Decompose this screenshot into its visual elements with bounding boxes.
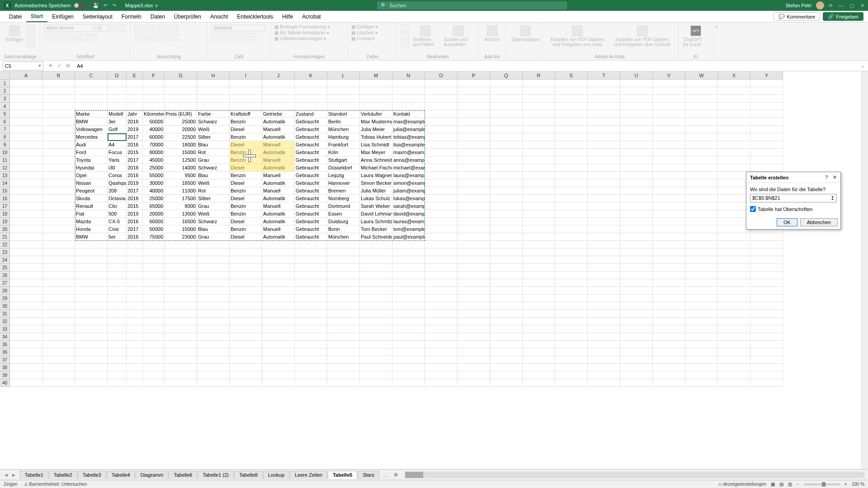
row-header-40[interactable]: 40 <box>0 379 9 387</box>
increase-font-icon[interactable] <box>109 24 117 32</box>
zoom-level[interactable]: 100 % <box>852 482 864 487</box>
row-header-32[interactable]: 32 <box>0 318 9 325</box>
col-header-O[interactable]: O <box>425 71 458 79</box>
row-header-33[interactable]: 33 <box>0 325 9 333</box>
sheet-tab-tabelle6[interactable]: Tabelle6 <box>169 471 197 479</box>
row-header-36[interactable]: 36 <box>0 348 9 356</box>
row-header-22[interactable]: 22 <box>0 241 9 249</box>
autosum-icon[interactable] <box>401 24 409 32</box>
ribbon-tab-seitenlayout[interactable]: Seitenlayout <box>78 11 117 22</box>
view-normal-icon[interactable]: ▦ <box>771 482 775 487</box>
fill-color-icon[interactable] <box>80 33 88 41</box>
row-header-15[interactable]: 15 <box>0 187 9 195</box>
minimize-icon[interactable]: — <box>838 3 843 9</box>
expand-formula-icon[interactable]: ⌄ <box>861 63 868 69</box>
row-header-26[interactable]: 26 <box>0 272 9 279</box>
sheet-tab-stars[interactable]: Stars <box>358 471 379 479</box>
ribbon-tab-entwicklertools[interactable]: Entwicklertools <box>232 11 278 22</box>
cell-styles-button[interactable]: ▦ Zellenformatvorlagen ▾ <box>274 36 326 41</box>
row-header-29[interactable]: 29 <box>0 295 9 302</box>
row-header-35[interactable]: 35 <box>0 341 9 348</box>
paste-button[interactable]: Einfügen <box>4 24 25 43</box>
row-header-10[interactable]: 10 <box>0 149 9 156</box>
sheet-tab-tabelle3[interactable]: Tabelle3 <box>78 471 106 479</box>
row-header-31[interactable]: 31 <box>0 310 9 318</box>
sheet-tab-leere-zeilen[interactable]: Leere Zeilen <box>290 471 327 479</box>
col-header-H[interactable]: H <box>197 71 230 79</box>
row-header-17[interactable]: 17 <box>0 202 9 210</box>
row-header-11[interactable]: 11 <box>0 156 9 164</box>
row-header-34[interactable]: 34 <box>0 333 9 341</box>
row-header-5[interactable]: 5 <box>0 110 9 118</box>
find-select-button[interactable]: Suchen und Auswählen <box>442 24 475 48</box>
zoom-slider[interactable] <box>804 483 840 485</box>
zoom-in-icon[interactable]: + <box>844 482 847 487</box>
dialog-close-icon[interactable]: ✕ <box>833 174 837 180</box>
horizontal-scrollbar[interactable] <box>405 472 864 478</box>
decrease-font-icon[interactable] <box>118 24 126 32</box>
bold-icon[interactable] <box>44 33 52 41</box>
row-header-13[interactable]: 13 <box>0 172 9 179</box>
user-name[interactable]: Stefan Petri <box>786 3 811 8</box>
dialog-titlebar[interactable]: Tabelle erstellen ? ✕ <box>746 172 840 183</box>
enter-formula-icon[interactable]: ✓ <box>56 63 62 69</box>
row-header-8[interactable]: 8 <box>0 133 9 141</box>
col-header-P[interactable]: P <box>458 71 490 79</box>
undo-icon[interactable]: ↶ <box>104 3 108 9</box>
col-header-C[interactable]: C <box>75 71 108 79</box>
sort-filter-button[interactable]: Sortieren und Filtern <box>411 24 440 48</box>
pdf-outlook-button[interactable]: Erstellen von PDF-Dateien und Freigeben … <box>611 24 674 48</box>
sheet-tab-tabelle8[interactable]: Tabelle8 <box>234 471 263 479</box>
ribbon-tab-ansicht[interactable]: Ansicht <box>206 11 232 22</box>
sheet-tab-tabelle2[interactable]: Tabelle2 <box>49 471 77 479</box>
row-headers[interactable]: 1234567891011121314151617181920212223242… <box>0 80 10 387</box>
cancel-button[interactable]: Abbrechen <box>800 218 838 226</box>
toggle-icon[interactable] <box>74 3 86 8</box>
col-header-V[interactable]: V <box>653 71 685 79</box>
col-header-Y[interactable]: Y <box>750 71 783 79</box>
row-header-23[interactable]: 23 <box>0 249 9 256</box>
sync-icon[interactable]: ⟳ <box>829 3 833 9</box>
name-box[interactable]: C5▾ <box>3 61 43 70</box>
delete-cells-button[interactable]: ▦ Löschen ▾ <box>351 30 377 35</box>
copy-icon[interactable] <box>27 33 35 40</box>
accessibility-status[interactable]: ⚠ Barrierefreiheit: Untersuchen <box>24 482 87 487</box>
view-page-icon[interactable]: ▤ <box>779 482 783 487</box>
row-header-39[interactable]: 39 <box>0 371 9 379</box>
cancel-formula-icon[interactable]: ✕ <box>47 63 53 69</box>
ribbon-tab-daten[interactable]: Daten <box>146 11 170 22</box>
spreadsheet-grid[interactable]: ABCDEFGHIJKLMNOPQRSTUVWXY 12345678910111… <box>0 71 868 469</box>
col-header-A[interactable]: A <box>10 71 42 79</box>
row-header-3[interactable]: 3 <box>0 95 9 103</box>
format-as-table-button[interactable]: ▦ Als Tabelle formatieren ▾ <box>274 30 329 35</box>
row-header-20[interactable]: 20 <box>0 225 9 233</box>
sheet-tab-tabelle4[interactable]: Tabelle4 <box>107 471 135 479</box>
ribbon-tab-formeln[interactable]: Formeln <box>117 11 146 22</box>
range-picker-icon[interactable]: ↥ <box>830 195 835 201</box>
row-header-14[interactable]: 14 <box>0 179 9 187</box>
cells-area[interactable]: MarkeModellJahrKilometerPreis (EUR)Farbe… <box>10 80 783 387</box>
column-headers[interactable]: ABCDEFGHIJKLMNOPQRSTUVWXY <box>10 71 783 80</box>
ribbon-tab-einfügen[interactable]: Einfügen <box>47 11 78 22</box>
col-header-N[interactable]: N <box>392 71 425 79</box>
col-header-J[interactable]: J <box>262 71 295 79</box>
sheet-nav-next-icon[interactable]: ► <box>11 472 16 478</box>
row-header-4[interactable]: 4 <box>0 103 9 110</box>
ribbon-tab-datei[interactable]: Datei <box>5 11 26 22</box>
col-header-Q[interactable]: Q <box>490 71 523 79</box>
col-header-M[interactable]: M <box>360 71 392 79</box>
comments-button[interactable]: 💬 Kommentare <box>774 12 820 21</box>
row-header-25[interactable]: 25 <box>0 264 9 272</box>
conditional-formatting-button[interactable]: ▦ Bedingte Formatierung ▾ <box>274 24 329 29</box>
font-size-select[interactable]: 11 <box>94 24 108 32</box>
row-header-7[interactable]: 7 <box>0 126 9 133</box>
pdf-link-button[interactable]: Erstellen von PDF-Dateien und Freigeben … <box>546 24 609 48</box>
col-header-G[interactable]: G <box>165 71 197 79</box>
addins-button[interactable]: Add-Ins <box>482 24 501 43</box>
vertical-scrollbar[interactable] <box>861 71 868 469</box>
share-button[interactable]: 🔗 Freigeben <box>823 12 863 21</box>
format-painter-icon[interactable] <box>27 41 35 48</box>
insert-cells-button[interactable]: ▦ Einfügen ▾ <box>351 24 378 29</box>
number-format-select[interactable]: Standard <box>211 24 265 31</box>
ribbon-tab-start[interactable]: Start <box>26 11 47 22</box>
